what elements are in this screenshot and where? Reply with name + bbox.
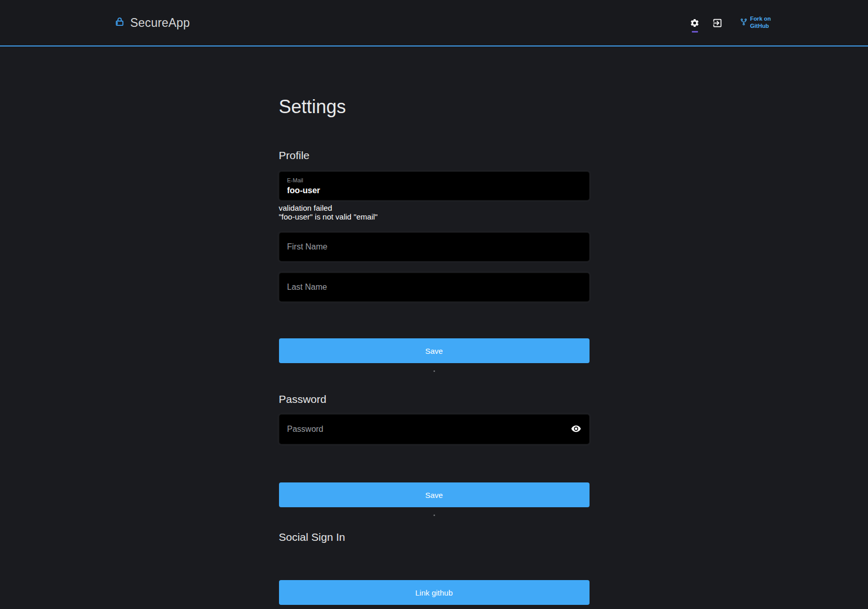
email-field-label: E-Mail [287, 177, 581, 184]
header-actions: Fork on GitHub [686, 14, 771, 32]
app-header: SecureApp [0, 0, 868, 46]
lock-icon [115, 15, 125, 30]
spinner-dot [433, 370, 435, 372]
active-tab-indicator [692, 31, 698, 33]
password-save-button[interactable]: Save [279, 482, 590, 507]
toggle-password-visibility-button[interactable] [569, 422, 583, 436]
app-name: SecureApp [130, 16, 190, 30]
last-name-input[interactable] [280, 273, 589, 301]
logout-button[interactable] [709, 14, 726, 32]
password-input[interactable] [280, 415, 589, 444]
password-section-heading: Password [279, 393, 590, 406]
email-input[interactable] [287, 185, 581, 196]
git-fork-icon [740, 17, 748, 29]
fork-on-github-link[interactable]: Fork on GitHub [740, 15, 771, 30]
logout-icon [712, 18, 723, 28]
app-logo[interactable]: SecureApp [115, 15, 190, 30]
email-validation-error: validation failed "foo-user" is not vali… [279, 204, 590, 221]
validation-line-1: validation failed [279, 204, 590, 212]
password-field[interactable] [279, 414, 590, 444]
eye-icon [571, 424, 581, 435]
fork-link-label: Fork on GitHub [750, 15, 771, 30]
spinner-dot [433, 514, 435, 516]
gear-icon [690, 18, 700, 28]
settings-content: Settings Profile E-Mail validation faile… [279, 96, 590, 605]
social-section-heading: Social Sign In [279, 530, 590, 544]
page-title: Settings [279, 96, 590, 118]
last-name-field[interactable] [279, 273, 590, 302]
settings-button[interactable] [686, 14, 704, 32]
settings-page: SecureApp [0, 0, 868, 609]
profile-section-heading: Profile [279, 149, 590, 162]
link-github-button[interactable]: Link github [279, 580, 590, 605]
email-field[interactable]: E-Mail [279, 171, 590, 200]
first-name-field[interactable] [279, 232, 590, 261]
profile-save-button[interactable]: Save [279, 338, 590, 363]
validation-line-2: "foo-user" is not valid "email" [279, 212, 590, 221]
first-name-input[interactable] [280, 233, 589, 261]
